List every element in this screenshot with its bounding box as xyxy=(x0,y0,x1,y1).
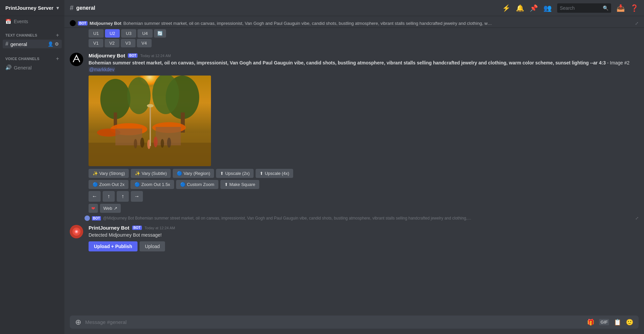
make-square-button[interactable]: ⬆ Make Square xyxy=(220,180,259,189)
midjourney-message-header: Midjourney Bot BOT Today at 12:24 AM xyxy=(89,53,639,58)
zoom-out-1-5x-icon: 🔵 xyxy=(135,182,140,187)
action-buttons-row1: ✨ Vary (Strong) ✨ Vary (Subtle) 🔵 Vary (… xyxy=(89,169,639,178)
general-channel-label: general xyxy=(10,41,27,47)
top-notification-bar: BOT Midjourney Bot Bohemian summer stree… xyxy=(64,19,644,28)
arrow-up-right-button[interactable]: ↑ xyxy=(117,191,129,202)
search-bar[interactable]: 🔍 xyxy=(557,3,611,13)
v1-button[interactable]: V1 xyxy=(89,39,103,47)
sidebar-item-general-voice[interactable]: 🔊 General xyxy=(3,63,62,72)
printjourney-message: PrintJourney Bot BOT Today at 12:24 AM D… xyxy=(64,222,644,253)
channel-actions: 👤 ⚙ xyxy=(48,41,59,47)
manage-users-icon[interactable]: 👤 xyxy=(48,41,53,47)
settings-icon[interactable]: ⚙ xyxy=(55,41,59,47)
u2-button[interactable]: U2 xyxy=(105,29,120,38)
message-input-icons: 🎁 GIF 📋 🙂 xyxy=(587,319,633,326)
svg-point-28 xyxy=(75,231,77,233)
printjourney-timestamp: Today at 12:24 AM xyxy=(145,226,175,230)
voice-channels-label: VOICE CHANNELS xyxy=(5,57,39,61)
custom-zoom-button[interactable]: 🔵 Custom Zoom xyxy=(176,180,218,189)
react-web-row: ❤ Web ↗ xyxy=(89,204,639,213)
pin-icon[interactable]: 📌 xyxy=(530,4,538,12)
printjourney-message-text: Detected Midjourney Bot message! xyxy=(89,232,639,239)
members-icon[interactable]: 👥 xyxy=(543,4,552,12)
general-voice-label: General xyxy=(14,65,32,70)
u1-button[interactable]: U1 xyxy=(89,29,104,38)
text-channels-section: TEXT CHANNELS + # general 👤 ⚙ xyxy=(0,27,64,50)
printjourney-message-header: PrintJourney Bot BOT Today at 12:24 AM xyxy=(89,225,639,231)
sidebar-item-general[interactable]: # general 👤 ⚙ xyxy=(3,40,62,48)
sidebar-item-events[interactable]: 📅 Events xyxy=(0,16,64,27)
speaker-icon: 🔊 xyxy=(5,64,12,70)
svg-rect-24 xyxy=(89,76,211,166)
upscale-4x-button[interactable]: ⬆ Upscale (4x) xyxy=(256,169,293,178)
chat-area[interactable]: BOT Midjourney Bot Bohemian summer stree… xyxy=(64,16,644,316)
text-channels-header: TEXT CHANNELS + xyxy=(3,32,62,38)
server-name: PrintJourney Server xyxy=(5,5,53,11)
midjourney-avatar xyxy=(70,53,83,66)
search-input[interactable] xyxy=(560,5,600,11)
vary-strong-button[interactable]: ✨ Vary (Strong) xyxy=(89,169,129,178)
heart-reaction-button[interactable]: ❤ xyxy=(89,204,98,213)
upload-buttons-row: Upload + Publish Upload xyxy=(89,241,639,251)
vary-subtle-button[interactable]: ✨ Vary (Subtle) xyxy=(131,169,171,178)
gif-icon[interactable]: GIF xyxy=(599,319,609,325)
arrow-right-button[interactable]: → xyxy=(131,191,143,202)
sidebar: PrintJourney Server ▾ 📅 Events TEXT CHAN… xyxy=(0,0,64,334)
arrow-up-left-button[interactable]: ↑ xyxy=(103,191,115,202)
upload-button[interactable]: Upload xyxy=(140,241,165,251)
add-attachment-icon[interactable]: ⊕ xyxy=(75,318,81,327)
bell-icon[interactable]: 🔔 xyxy=(516,4,524,12)
midjourney-generated-image[interactable] xyxy=(89,76,211,166)
midjourney-prompt-bold: Bohemian summer street market, oil on ca… xyxy=(89,60,606,65)
system-avatar xyxy=(85,216,90,221)
midjourney-timestamp: Today at 12:24 AM xyxy=(140,54,171,58)
upload-publish-button[interactable]: Upload + Publish xyxy=(89,241,138,251)
notification-text: Bohemian summer street market, oil on ca… xyxy=(123,21,492,26)
zoom-out-2x-icon: 🔵 xyxy=(93,182,98,187)
message-input-wrapper: ⊕ 🎁 GIF 📋 🙂 xyxy=(70,316,639,329)
events-label: Events xyxy=(14,19,28,24)
midjourney-bot-badge: BOT xyxy=(128,53,138,58)
upscale-2x-button[interactable]: ⬆ Upscale (2x) xyxy=(216,169,254,178)
arrow-left-button[interactable]: ← xyxy=(89,191,101,202)
zoom-out-2x-button[interactable]: 🔵 Zoom Out 2x xyxy=(89,180,128,189)
sticker-icon[interactable]: 📋 xyxy=(614,319,621,326)
vary-strong-icon: ✨ xyxy=(93,171,98,176)
vary-region-button[interactable]: 🔵 Vary (Region) xyxy=(173,169,214,178)
boost-icon[interactable]: ⚡ xyxy=(502,4,511,12)
voice-channels-section: VOICE CHANNELS + 🔊 General xyxy=(0,50,64,74)
chevron-down-icon: ▾ xyxy=(56,5,59,11)
v-buttons-row: V1 V2 V3 V4 xyxy=(89,39,166,47)
channel-header-left: # general xyxy=(70,4,95,12)
emoji-icon[interactable]: 🙂 xyxy=(626,319,633,326)
image-grid-message: U1 U2 U3 U4 🔄 V1 V2 V3 V4 xyxy=(64,28,644,50)
expand-icon: ⤢ xyxy=(635,21,639,26)
help-icon[interactable]: ❓ xyxy=(630,4,639,12)
message-input[interactable] xyxy=(85,316,583,329)
add-voice-channel-icon[interactable]: + xyxy=(56,56,59,62)
inbox-icon[interactable]: 📥 xyxy=(616,4,625,12)
midjourney-message-text: Bohemian summer street market, oil on ca… xyxy=(89,60,639,73)
system-bot-badge: BOT xyxy=(92,216,101,221)
web-button[interactable]: Web ↗ xyxy=(100,204,121,213)
vary-subtle-icon: ✨ xyxy=(135,171,140,176)
main-content: # general ⚡ 🔔 📌 👥 🔍 📥 ❓ BOT Midjourney B… xyxy=(64,0,644,334)
external-link-icon: ↗ xyxy=(114,206,117,211)
v4-button[interactable]: V4 xyxy=(137,39,152,47)
gift-icon[interactable]: 🎁 xyxy=(587,319,594,326)
zoom-out-1-5x-button[interactable]: 🔵 Zoom Out 1.5x xyxy=(130,180,174,189)
u3-button[interactable]: U3 xyxy=(121,29,136,38)
midjourney-message-content: Midjourney Bot BOT Today at 12:24 AM Boh… xyxy=(89,53,639,213)
custom-zoom-icon: 🔵 xyxy=(180,182,185,187)
refresh-button[interactable]: 🔄 xyxy=(154,29,166,38)
v2-button[interactable]: V2 xyxy=(105,39,119,47)
printjourney-message-content: PrintJourney Bot BOT Today at 12:24 AM D… xyxy=(89,225,639,251)
system-bar: BOT @Midjourney Bot Bohemian summer stre… xyxy=(64,214,644,222)
u4-button[interactable]: U4 xyxy=(138,29,153,38)
server-header[interactable]: PrintJourney Server ▾ xyxy=(0,0,64,16)
add-channel-icon[interactable]: + xyxy=(56,32,59,38)
printjourney-avatar xyxy=(70,225,83,238)
printjourney-bot-badge: BOT xyxy=(132,226,142,230)
v3-button[interactable]: V3 xyxy=(121,39,136,47)
upscale-2x-icon: ⬆ xyxy=(220,171,224,176)
